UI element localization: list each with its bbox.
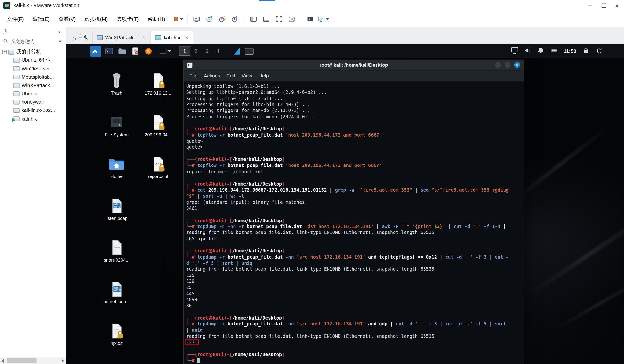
take-snapshot-button[interactable] [204,14,215,24]
maximize-icon [601,4,606,8]
terminal-menu-view[interactable]: View [238,73,255,79]
terminal-shortcut-button[interactable] [104,46,114,56]
terminal-dropdown-button[interactable] [160,48,172,53]
locked-doc-icon [149,114,167,131]
icon-label: report.xml [148,174,168,179]
sidebar-hscrollbar[interactable] [0,357,66,364]
unity-button[interactable] [286,14,298,24]
desktop-icon-listen-pcap[interactable]: 0101001101 listen.pcap [100,197,133,221]
workspace-1[interactable]: 1 [179,46,190,56]
tab-winxpattacker[interactable]: WinXPattacker [93,31,151,44]
tab-close-icon[interactable] [141,35,146,40]
search-filter-caret-icon[interactable] [58,40,62,42]
sidebar-item-kali-hjx[interactable]: kali-hjx [0,114,66,123]
desktop-icon-botnet-pcap[interactable]: 0101001101 botnet_pca... [100,281,133,304]
notifications-icon[interactable] [537,47,544,55]
terminal-icon [105,47,113,54]
display-settings-button[interactable] [318,14,329,24]
terminal-titlebar[interactable]: root@kali: /home/kali/Desktop [184,60,524,71]
terminal-menu-file[interactable]: File [186,73,201,79]
menu-tabs[interactable]: 选项卡(T) [112,11,143,27]
file-manager-button[interactable] [118,46,127,56]
menu-vm[interactable]: 虚拟机(M) [80,11,112,27]
desktop-icon-hjx-txt[interactable]: hjx.txt [100,322,133,346]
terminal-menu-actions[interactable]: Actions [201,73,224,79]
desktop-icon-snort-log[interactable]: snort-0204... [100,239,133,262]
filesystem-icon [108,114,126,131]
clock[interactable]: 11:50 [564,48,576,54]
terminal-menu-edit[interactable]: Edit [223,73,238,79]
expander-icon[interactable] [2,50,7,54]
tab-home[interactable]: 主页 [69,31,93,44]
sidebar-item-metasploitable[interactable]: Metasploitab... [0,73,66,81]
power-icon[interactable] [596,47,603,55]
tab-label: WinXPattacker [105,35,138,40]
display-icon[interactable] [511,47,518,55]
terminal-line: d '.' -f 5 | sort | uniq [186,260,524,267]
workspace-3[interactable]: 3 [202,46,213,56]
sidebar-item-kali-linux[interactable]: kali-linux-202... [0,106,66,114]
sidebar-item-ubuntu64[interactable]: Ubuntu 64 位 [0,56,66,64]
desktop-icon-report-xml[interactable]: </> report.xml [141,156,175,179]
console-button[interactable] [305,14,316,24]
sidebar-item-my-computer[interactable]: 我的计算机 [0,48,66,56]
desktop-icon-trash[interactable]: Trash [100,72,133,95]
screenlock-icon[interactable] [583,47,590,55]
volume-icon[interactable] [524,47,531,55]
workspace-4[interactable]: 4 [212,46,224,56]
vm-running-icon [13,116,19,121]
sidebar-item-honeywall[interactable]: honeywall [0,98,66,106]
terminal-line: ┌──(root㉿kali)-[/home/kali/Desktop] [186,248,524,254]
menu-file[interactable]: 文件(F) [2,11,28,27]
show-library-toggle[interactable] [248,14,259,24]
icon-label: 209.196.04... [145,132,171,137]
show-thumbnail-toggle[interactable] [261,14,272,24]
tab-close-icon[interactable] [184,35,189,40]
locked-doc-icon [149,72,167,90]
terminal-minimize-button[interactable] [495,62,501,68]
icon-label: Trash [111,91,122,96]
library-close-button[interactable] [56,29,62,35]
maximize-button[interactable] [597,0,610,11]
menu-help[interactable]: 帮助(H) [143,11,169,27]
sidebar-item-ubuntu[interactable]: Ubuntu [0,90,66,98]
sidebar-item-win2kserver[interactable]: Win2kServer... [0,64,66,73]
whisker-menu-button[interactable] [90,46,101,57]
text-editor-button[interactable] [130,46,140,56]
desktop-icon-home[interactable]: Home [100,156,133,179]
menu-view[interactable]: 查看(V) [54,11,80,27]
trash-icon [109,72,125,90]
terminal-maximize-button[interactable] [505,62,510,68]
search-input[interactable] [10,38,57,45]
scroll-left-icon[interactable] [2,359,4,363]
workspace-2[interactable]: 2 [190,46,202,56]
terminal-close-button[interactable] [514,62,520,68]
suspend-button[interactable] [173,14,184,24]
cpu-graph-icon[interactable] [234,48,240,54]
desktop-icon-172-file[interactable]: 172.016.13... [141,72,175,95]
terminal-line [186,211,524,218]
scroll-thumb[interactable] [7,358,36,363]
tab-kali-hjx[interactable]: kali-hjx [151,31,193,44]
desktop-icon-file-system[interactable]: File System [100,114,133,137]
desktop-icon-209-file[interactable]: 209.196.04... [141,114,175,137]
firefox-button[interactable] [144,46,153,56]
ctrl-alt-del-button[interactable] [191,14,203,24]
terminal-body[interactable]: Unpacking tcpflow (1.6.1-3+b1) ...Settin… [184,81,524,364]
vm-console-screen[interactable]: 1 2 3 4 11:50 Trash 172.016 [66,44,624,364]
terminal-line: grep: (standard input): binary file matc… [186,199,524,205]
vm-icon [13,91,19,96]
menu-edit[interactable]: 编辑(E) [28,11,54,27]
minimize-button[interactable] [583,0,597,11]
manage-snapshots-button[interactable] [229,14,241,24]
sidebar-item-winxpattacker[interactable]: WinXPattack... [0,81,66,90]
tree-label: kali-hjx [22,116,37,121]
icon-label: File System [104,132,129,137]
battery-icon[interactable] [550,47,557,55]
scroll-right-icon[interactable] [62,359,64,363]
fullscreen-button[interactable] [274,14,285,24]
close-button[interactable] [611,0,624,11]
terminal-menu-help[interactable]: Help [255,73,272,79]
open-window-button[interactable] [245,48,254,54]
revert-snapshot-button[interactable] [217,14,228,24]
